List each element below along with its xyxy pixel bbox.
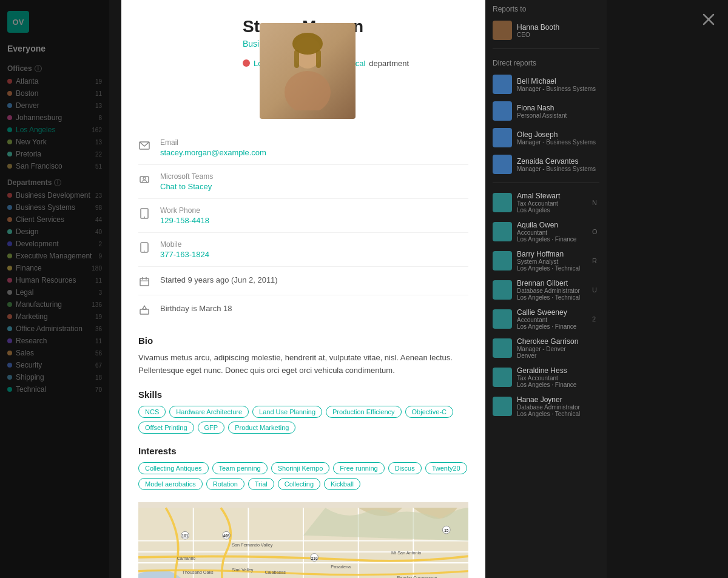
email-field: Email stacey.morgan@example.com: [138, 131, 468, 165]
svg-rect-3: [294, 50, 299, 68]
teams-chat-link[interactable]: Chat to Stacey: [160, 182, 213, 191]
person-name: Brennan Gilbert: [517, 279, 587, 287]
teams-label: Microsoft Teams: [160, 172, 213, 181]
list-item[interactable]: Hanae Joyner Database Administrator Los …: [485, 392, 607, 421]
direct-report-title: Personal Assistant: [517, 112, 567, 119]
skill-tag[interactable]: Hardware Architecture: [169, 406, 249, 418]
birthday-icon: [138, 304, 150, 316]
person-title: Accountant: [517, 317, 587, 323]
person-location: Los Angeles: [517, 207, 587, 213]
direct-reports-label: Direct reports: [485, 54, 607, 71]
svg-text:Mt San Antonio: Mt San Antonio: [391, 550, 421, 556]
person-letter: 2: [592, 315, 599, 323]
interest-tag[interactable]: Model aerobatics: [138, 478, 203, 490]
office-dot: [243, 59, 250, 67]
person-name: Geraldine Hess: [517, 366, 599, 375]
list-item[interactable]: Geraldine Hess Tax Accountant Los Angele…: [485, 363, 607, 392]
mobile-icon: [138, 241, 150, 254]
reports-panel: Reports to Hanna Booth CEO Direct report…: [485, 0, 607, 578]
list-item[interactable]: Cherokee Garrison Manager - Denver Denve…: [485, 334, 607, 363]
direct-report-avatar: [493, 101, 512, 121]
skill-tag[interactable]: Objective-C: [405, 406, 453, 418]
person-location: Los Angeles · Technical: [517, 411, 599, 417]
list-item[interactable]: Amal Stewart Tax Accountant Los Angeles …: [485, 188, 607, 217]
svg-text:Simi Valley: Simi Valley: [232, 566, 254, 572]
svg-rect-11: [140, 278, 149, 286]
skill-tag[interactable]: GFP: [198, 422, 225, 434]
person-title: System Analyst: [517, 258, 587, 265]
right-panel-people: Amal Stewart Tax Accountant Los Angeles …: [485, 188, 607, 421]
interest-tag[interactable]: Collecting: [278, 478, 320, 490]
person-name: Aquila Owen: [517, 221, 587, 229]
list-item[interactable]: Brennan Gilbert Database Administrator L…: [485, 275, 607, 304]
list-item[interactable]: Barry Hoffman System Analyst Los Angeles…: [485, 246, 607, 275]
modal-body: Email stacey.morgan@example.com Micro: [121, 121, 485, 578]
direct-report-row[interactable]: Oleg Joseph Manager - Business Systems: [485, 124, 607, 151]
skill-tag[interactable]: NCS: [138, 406, 166, 418]
list-item[interactable]: Callie Sweeney Accountant Los Angeles · …: [485, 304, 607, 334]
direct-report-name: Oleg Joseph: [517, 130, 596, 139]
person-name: Barry Hoffman: [517, 250, 587, 258]
svg-text:Calabasas: Calabasas: [265, 570, 286, 575]
svg-text:Pasadena: Pasadena: [331, 564, 351, 570]
direct-report-row[interactable]: Fiona Nash Personal Assistant: [485, 98, 607, 124]
started-value: Started 9 years ago (Jun 2, 2011): [160, 275, 278, 284]
interest-tag[interactable]: Team penning: [212, 462, 268, 474]
person-title: Manager - Denver: [517, 346, 599, 352]
direct-reports-list: Bell Michael Manager - Business Systems …: [485, 71, 607, 178]
person-name: Cherokee Garrison: [517, 337, 599, 346]
person-avatar: [493, 251, 512, 271]
manager-row[interactable]: Hanna Booth CEO: [485, 17, 607, 44]
svg-point-8: [144, 217, 145, 218]
svg-point-7: [143, 177, 146, 180]
person-title: Database Administrator: [517, 287, 587, 294]
close-button[interactable]: [699, 10, 718, 29]
direct-report-name: Fiona Nash: [517, 104, 567, 112]
person-name: Hanae Joyner: [517, 395, 599, 404]
interest-tag[interactable]: Trial: [248, 478, 274, 490]
skill-tag[interactable]: Offset Printing: [138, 422, 194, 434]
mobile-value[interactable]: 377-163-1824: [160, 250, 209, 259]
list-item[interactable]: Aquila Owen Accountant Los Angeles · Fin…: [485, 217, 607, 246]
phone-icon: [138, 207, 150, 220]
interest-tag[interactable]: Kickball: [324, 478, 360, 490]
interest-tag[interactable]: Rotation: [206, 478, 244, 490]
direct-report-row[interactable]: Zenaida Cervantes Manager - Business Sys…: [485, 151, 607, 178]
skill-tag[interactable]: Product Marketing: [228, 422, 295, 434]
person-location: Los Angeles · Finance: [517, 381, 599, 388]
interest-tag[interactable]: Free running: [333, 462, 384, 474]
svg-rect-4: [316, 50, 321, 68]
person-letter: R: [592, 257, 599, 264]
skill-tag[interactable]: Production Efficiency: [326, 406, 402, 418]
email-link[interactable]: stacey.morgan@example.com: [160, 148, 266, 157]
person-avatar: [493, 193, 512, 212]
interest-tag[interactable]: Discus: [388, 462, 422, 474]
direct-report-avatar: [493, 128, 512, 147]
interest-tag[interactable]: Collecting Antiques: [138, 462, 209, 474]
direct-report-title: Manager - Business Systems: [517, 166, 596, 172]
interest-tag[interactable]: Shorinji Kempo: [271, 462, 330, 474]
email-value: stacey.morgan@example.com: [160, 148, 266, 157]
svg-text:405: 405: [223, 534, 230, 538]
person-avatar: [493, 280, 512, 300]
teams-icon: [138, 173, 150, 186]
person-location: Los Angeles · Technical: [517, 265, 587, 272]
interest-tag[interactable]: Twenty20: [425, 462, 467, 474]
skills-title: Skills: [138, 389, 468, 400]
profile-photo: [260, 23, 356, 119]
person-avatar: [493, 309, 512, 329]
person-location: Los Angeles · Finance: [517, 236, 587, 243]
direct-report-name: Bell Michael: [517, 77, 596, 86]
email-icon: [138, 139, 150, 152]
skill-tag[interactable]: Land Use Planning: [252, 406, 322, 418]
svg-text:Thousand Oaks: Thousand Oaks: [183, 570, 214, 575]
interests-title: Interests: [138, 446, 468, 456]
person-avatar: [493, 222, 512, 241]
direct-report-row[interactable]: Bell Michael Manager - Business Systems: [485, 71, 607, 98]
person-avatar: [493, 397, 512, 416]
person-title: Accountant: [517, 229, 587, 236]
map-svg: Los Angeles Camarillo Thousand Oaks Mali…: [138, 502, 468, 578]
bio-text: Vivamus metus arcu, adipiscing molestie,…: [138, 352, 468, 377]
phone-value[interactable]: 129-158-4418: [160, 216, 209, 225]
birthday-field: Birthday is March 18: [138, 295, 468, 323]
